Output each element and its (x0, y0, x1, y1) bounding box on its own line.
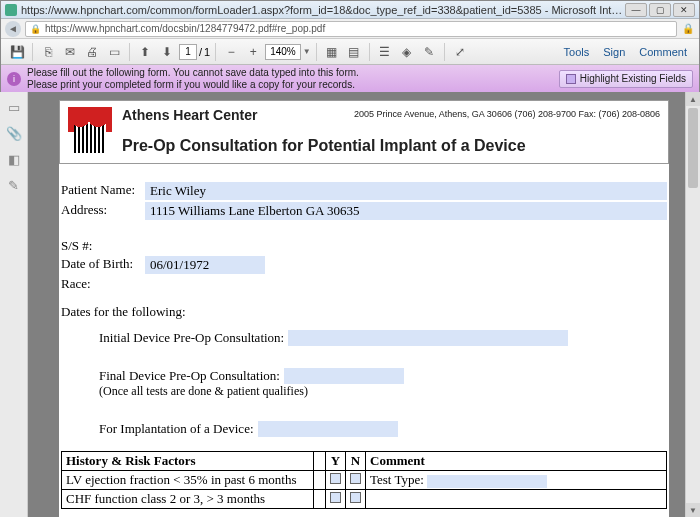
clinic-name: Athens Heart Center (122, 107, 257, 123)
info-line1: Please fill out the following form. You … (27, 67, 559, 79)
final-consult-field[interactable] (284, 368, 404, 384)
factor-cell: CHF function class 2 or 3, > 3 months (62, 490, 314, 509)
initial-consult-field[interactable] (288, 330, 568, 346)
address-bar: ◄ 🔒 https://www.hpnchart.com/docsbin/128… (1, 19, 699, 39)
attachments-icon[interactable]: 📎 (5, 124, 23, 142)
tool4-icon[interactable]: ◈ (397, 42, 417, 62)
pdf-page: Athens Heart Center 2005 Prince Avenue, … (59, 100, 669, 517)
dates-header: Dates for the following: (61, 304, 667, 320)
info-line2: Please print your completed form if you … (27, 79, 559, 91)
save-icon[interactable]: 💾 (7, 42, 27, 62)
clinic-logo (68, 107, 112, 157)
minimize-button[interactable]: — (625, 3, 647, 17)
checkbox-n[interactable] (350, 492, 361, 503)
zoom-field[interactable]: 140% (265, 44, 301, 60)
highlight-fields-button[interactable]: Highlight Existing Fields (559, 70, 693, 88)
col-factor: History & Risk Factors (62, 452, 314, 471)
ss-label: S/S #: (61, 238, 145, 254)
security-icon: 🔒 (681, 22, 695, 36)
final-consult-note: (Once all tests are done & patient quali… (99, 384, 667, 399)
dob-label: Date of Birth: (61, 256, 145, 274)
checkbox-y[interactable] (330, 473, 341, 484)
col-n: N (346, 452, 366, 471)
form-info-bar: i Please fill out the following form. Yo… (1, 65, 699, 93)
tool3-icon[interactable]: ☰ (375, 42, 395, 62)
initial-consult-label: Initial Device Pre-Op Consultation: (99, 330, 284, 346)
checkbox-y[interactable] (330, 492, 341, 503)
page-up-icon[interactable]: ⬆ (135, 42, 155, 62)
tool1-icon[interactable]: ▦ (322, 42, 342, 62)
page-icon[interactable]: ▭ (104, 42, 124, 62)
scroll-up-icon[interactable]: ▲ (686, 92, 700, 106)
race-label: Race: (61, 276, 145, 292)
window-title: https://www.hpnchart.com/common/formLoad… (21, 4, 625, 16)
comment-link[interactable]: Comment (633, 46, 693, 58)
page-down-icon[interactable]: ⬇ (157, 42, 177, 62)
table-row: CHF function class 2 or 3, > 3 months (62, 490, 667, 509)
patient-name-field[interactable]: Eric Wiley (145, 182, 667, 200)
pdf-viewport[interactable]: Athens Heart Center 2005 Prince Avenue, … (28, 92, 700, 517)
mail-icon[interactable]: ✉ (60, 42, 80, 62)
final-consult-label: Final Device Pre-Op Consultation: (99, 368, 280, 384)
address-field[interactable]: 1115 Williams Lane Elberton GA 30635 (145, 202, 667, 220)
url-field[interactable]: 🔒 https://www.hpnchart.com/docsbin/12847… (25, 21, 677, 37)
patient-name-label: Patient Name: (61, 182, 145, 200)
bookmark-icon[interactable]: ◧ (5, 150, 23, 168)
vertical-scrollbar[interactable]: ▲ ▼ (685, 92, 700, 517)
checkbox-n[interactable] (350, 473, 361, 484)
highlight-swatch-icon (566, 74, 576, 84)
tool6-icon[interactable]: ⤢ (450, 42, 470, 62)
close-button[interactable]: ✕ (673, 3, 695, 17)
col-comment: Comment (366, 452, 667, 471)
page-total: 1 (204, 46, 210, 58)
dob-field[interactable]: 06/01/1972 (145, 256, 265, 274)
address-label: Address: (61, 202, 145, 220)
page-separator: / (199, 46, 202, 58)
comment-label: Test Type: (370, 472, 424, 487)
print-icon[interactable]: 🖨 (82, 42, 102, 62)
zoom-dropdown-icon[interactable]: ▼ (303, 47, 311, 56)
window-titlebar: https://www.hpnchart.com/common/formLoad… (1, 1, 699, 19)
scroll-down-icon[interactable]: ▼ (686, 503, 700, 517)
scroll-thumb[interactable] (688, 108, 698, 188)
highlight-label: Highlight Existing Fields (580, 73, 686, 84)
nav-back-button[interactable]: ◄ (5, 21, 21, 37)
side-panel: ▭ 📎 ◧ ✎ (0, 92, 28, 517)
risk-factors-table: History & Risk Factors Y N Comment LV ej… (61, 451, 667, 509)
form-title: Pre-Op Consultation for Potential Implan… (122, 137, 660, 155)
maximize-button[interactable]: ▢ (649, 3, 671, 17)
factor-cell: LV ejection fraction < 35% in past 6 mon… (62, 471, 314, 490)
col-y: Y (326, 452, 346, 471)
pdf-toolbar: 💾 ⎘ ✉ 🖨 ▭ ⬆ ⬇ 1 / 1 − + 140% ▼ ▦ ▤ ☰ ◈ ✎… (1, 39, 699, 65)
favicon (5, 4, 17, 16)
url-text: https://www.hpnchart.com/docsbin/1284779… (45, 23, 325, 34)
export-icon[interactable]: ⎘ (38, 42, 58, 62)
letterhead: Athens Heart Center 2005 Prince Avenue, … (59, 100, 669, 164)
comment-field[interactable] (427, 475, 547, 488)
thumbnails-icon[interactable]: ▭ (5, 98, 23, 116)
implant-date-label: For Implantation of a Device: (99, 421, 254, 437)
signature-icon[interactable]: ✎ (5, 176, 23, 194)
clinic-address: 2005 Prince Avenue, Athens, GA 30606 (70… (257, 109, 660, 119)
sign-link[interactable]: Sign (597, 46, 631, 58)
zoom-in-icon[interactable]: + (243, 42, 263, 62)
zoom-out-icon[interactable]: − (221, 42, 241, 62)
table-row: LV ejection fraction < 35% in past 6 mon… (62, 471, 667, 490)
info-icon: i (7, 72, 21, 86)
tool5-icon[interactable]: ✎ (419, 42, 439, 62)
implant-date-field[interactable] (258, 421, 398, 437)
page-current-field[interactable]: 1 (179, 44, 197, 60)
tools-link[interactable]: Tools (558, 46, 596, 58)
tool2-icon[interactable]: ▤ (344, 42, 364, 62)
lock-icon: 🔒 (30, 24, 41, 34)
